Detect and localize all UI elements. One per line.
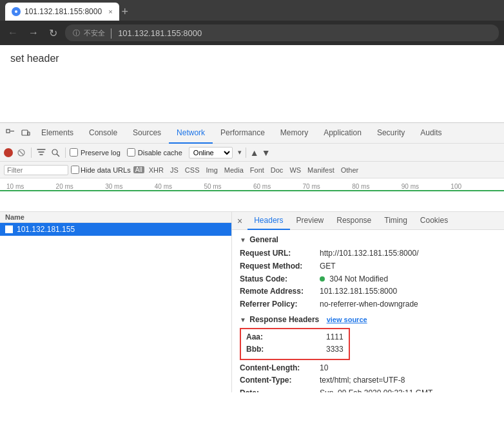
content-length-row: Content-Length: 10 <box>240 363 496 374</box>
timeline-area: 10 ms 20 ms 30 ms 40 ms 50 ms 60 ms 70 m… <box>0 178 504 212</box>
tick-60ms: 60 ms <box>252 183 302 190</box>
content-type-row: Content-Type: text/html; charset=UTF-8 <box>240 375 496 386</box>
tab-audits[interactable]: Audits <box>412 123 449 144</box>
all-filter-badge[interactable]: All <box>133 166 144 173</box>
tick-90ms: 90 ms <box>400 183 450 190</box>
tick-80ms: 80 ms <box>351 183 400 190</box>
status-code-row: Status Code: 304 Not Modified <box>240 274 496 285</box>
filter-ws[interactable]: WS <box>287 166 303 175</box>
filter-button[interactable] <box>35 147 47 158</box>
separator-1 <box>31 148 32 158</box>
filter-js[interactable]: JS <box>168 166 180 175</box>
devtools-main-area: Name 101.132.181.155 × Headers Preview R… <box>0 212 504 392</box>
svg-point-8 <box>52 149 57 155</box>
headers-panel-close[interactable]: × <box>237 216 242 226</box>
timeline-chart-area <box>0 191 504 211</box>
disable-cache-label[interactable]: Disable cache <box>127 148 182 157</box>
tick-30ms: 30 ms <box>104 183 153 190</box>
filter-font[interactable]: Font <box>248 166 266 175</box>
custom-headers-box: Aaa: 1111 Bbb: 3333 <box>240 328 350 360</box>
tab-close-button[interactable]: × <box>108 8 112 15</box>
tab-headers[interactable]: Headers <box>247 212 289 230</box>
tick-20ms: 20 ms <box>55 183 104 190</box>
disable-cache-checkbox[interactable] <box>127 148 135 157</box>
tick-100: 100 <box>449 183 499 190</box>
filter-xhr[interactable]: XHR <box>147 166 166 175</box>
content-type-value: text/html; charset=UTF-8 <box>320 375 405 386</box>
response-headers-section-title: ▼ Response Headers view source <box>240 315 496 324</box>
hide-data-urls-checkbox[interactable] <box>71 166 79 174</box>
status-code-value: 304 Not Modified <box>320 274 388 285</box>
address-input[interactable]: ⓘ 不安全 │ 101.132.181.155:8000 <box>65 24 499 41</box>
clear-button[interactable] <box>15 147 27 158</box>
request-method-row: Request Method: GET <box>240 261 496 272</box>
request-list-header: Name <box>0 212 231 223</box>
tab-preview[interactable]: Preview <box>290 212 331 230</box>
date-key: Date: <box>240 388 317 392</box>
tab-sources[interactable]: Sources <box>125 123 169 144</box>
separator-3 <box>246 148 246 158</box>
tick-50ms: 50 ms <box>202 183 252 190</box>
filter-other[interactable]: Other <box>339 166 361 175</box>
tick-10ms: 10 ms <box>5 183 55 190</box>
devtools-tab-bar: Elements Console Sources Network Perform… <box>0 123 504 144</box>
remote-address-value: 101.132.181.155:8000 <box>320 286 397 297</box>
svg-rect-5 <box>28 132 30 135</box>
tab-elements[interactable]: Elements <box>34 123 81 144</box>
tab-bar: 101.132.181.155:8000 × + <box>0 0 504 21</box>
search-button[interactable] <box>50 147 61 158</box>
view-source-link[interactable]: view source <box>327 316 367 323</box>
svg-rect-4 <box>22 130 28 135</box>
filter-doc[interactable]: Doc <box>269 166 286 175</box>
request-url-row: Request URL: http://101.132.181.155:8000… <box>240 248 496 259</box>
remote-address-row: Remote Address: 101.132.181.155:8000 <box>240 286 496 297</box>
back-button[interactable]: ← <box>5 26 21 40</box>
aaa-header-row: Aaa: 1111 <box>246 332 344 343</box>
responsive-mode-button[interactable] <box>18 126 34 141</box>
request-item[interactable]: 101.132.181.155 <box>0 223 231 236</box>
headers-content: ▼ General Request URL: http://101.132.18… <box>232 230 504 392</box>
hide-data-urls-label[interactable]: Hide data URLs <box>71 166 131 174</box>
headers-panel: × Headers Preview Response Timing Cookie… <box>232 212 504 392</box>
throttle-select[interactable]: Online Fast 3G Slow 3G Offline <box>189 147 233 158</box>
tab-network[interactable]: Network <box>169 123 213 144</box>
new-tab-button[interactable]: + <box>122 6 129 17</box>
name-column-header: Name <box>5 213 24 221</box>
filter-input[interactable] <box>4 165 68 175</box>
reload-button[interactable]: ↻ <box>46 26 60 41</box>
tab-memory[interactable]: Memory <box>273 123 316 144</box>
tab-console[interactable]: Console <box>81 123 125 144</box>
filter-media[interactable]: Media <box>222 166 246 175</box>
content-type-key: Content-Type: <box>240 375 317 386</box>
status-dot-icon <box>320 276 325 282</box>
svg-point-1 <box>15 10 17 13</box>
element-picker-button[interactable] <box>3 126 18 141</box>
upload-button[interactable]: ▲ <box>250 148 259 158</box>
tab-security[interactable]: Security <box>369 123 412 144</box>
preserve-log-checkbox[interactable] <box>70 148 78 157</box>
tab-response[interactable]: Response <box>330 212 378 230</box>
referrer-policy-value: no-referrer-when-downgrade <box>320 299 418 310</box>
tab-cookies[interactable]: Cookies <box>414 212 454 230</box>
forward-button[interactable]: → <box>26 26 41 40</box>
record-button[interactable] <box>4 148 13 157</box>
tab-timing[interactable]: Timing <box>378 212 414 230</box>
svg-line-9 <box>57 154 59 157</box>
bbb-header-value: 3333 <box>326 344 344 355</box>
bbb-header-key: Bbb: <box>246 344 324 355</box>
filter-css[interactable]: CSS <box>183 166 202 175</box>
active-tab[interactable]: 101.132.181.155:8000 × <box>5 3 119 21</box>
tab-favicon <box>12 7 21 16</box>
filter-img[interactable]: Img <box>204 166 219 175</box>
request-item-name: 101.132.181.155 <box>17 225 75 234</box>
tab-application[interactable]: Application <box>316 123 369 144</box>
security-indicator: 不安全 <box>84 28 105 38</box>
download-button[interactable]: ▼ <box>262 148 271 158</box>
filter-manifest[interactable]: Manifest <box>305 166 336 175</box>
aaa-header-key: Aaa: <box>246 332 324 343</box>
preserve-log-label[interactable]: Preserve log <box>70 148 121 157</box>
request-method-key: Request Method: <box>240 261 317 272</box>
devtools-panel: Elements Console Sources Network Perform… <box>0 122 504 392</box>
date-value: Sun, 09 Feb 2020 09:23:11 GMT <box>320 388 432 392</box>
tab-performance[interactable]: Performance <box>213 123 273 144</box>
